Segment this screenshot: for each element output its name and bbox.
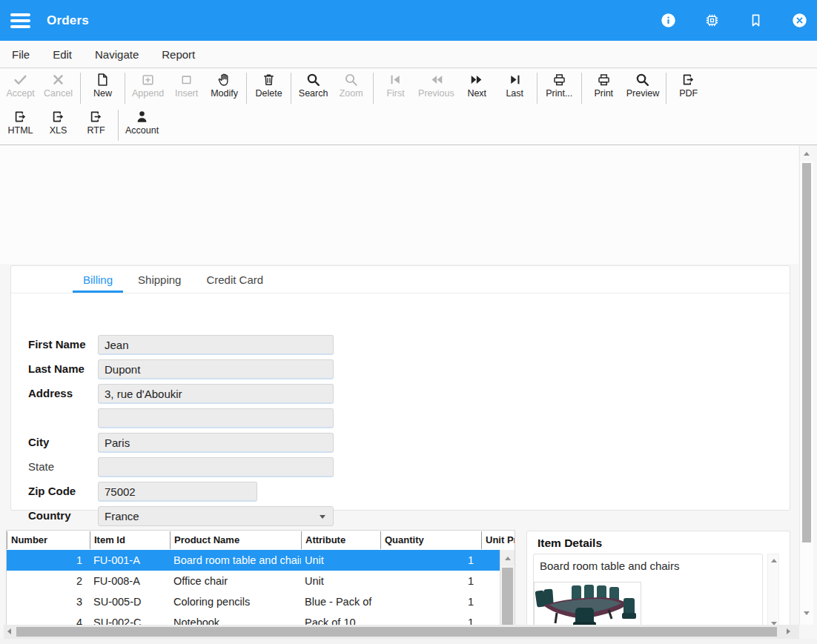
horizontal-scroll-thumb[interactable]	[16, 627, 777, 637]
menu-item[interactable]: Edit	[53, 48, 72, 61]
column-header[interactable]: Unit Pr	[481, 531, 515, 549]
toolbar-button[interactable]: Zoom	[332, 72, 370, 99]
table-scroll-thumb[interactable]	[502, 568, 513, 626]
titlebar-button[interactable]	[704, 13, 721, 29]
order-items-table: NumberItem IdProduct NameAttributeQuanti…	[6, 530, 515, 628]
export-icon	[50, 109, 66, 125]
details-scrollbar[interactable]	[767, 554, 779, 634]
country-select[interactable]: France	[98, 506, 334, 526]
horizontal-scrollbar[interactable]	[4, 625, 799, 639]
toolbar-separator	[537, 73, 538, 104]
zip-code-label: Zip Code	[28, 485, 76, 497]
chip-icon	[704, 13, 720, 28]
toolbar-button[interactable]: PDF	[669, 72, 707, 99]
toolbar-button[interactable]: HTML	[1, 109, 39, 136]
export-icon	[681, 72, 696, 87]
toolbar-button[interactable]: Print...	[540, 72, 578, 99]
titlebar-button[interactable]	[661, 13, 677, 29]
column-header[interactable]: Attribute	[301, 531, 380, 549]
menu-item[interactable]: Navigate	[95, 48, 139, 61]
table-row[interactable]: 1 FU-001-A Board room table and chairs U…	[7, 550, 515, 571]
bookmark-icon	[748, 13, 764, 28]
hamburger-menu-button[interactable]	[10, 13, 30, 28]
toolbar-button[interactable]: Delete	[250, 72, 288, 99]
city-input[interactable]	[98, 433, 334, 453]
address-line1-input[interactable]	[98, 384, 334, 404]
titlebar-button[interactable]	[748, 13, 764, 29]
address-line2-input[interactable]	[98, 408, 334, 428]
cell-attribute: Blue - Pack of	[301, 591, 380, 612]
page-icon	[95, 72, 110, 87]
scroll-left-button[interactable]	[7, 628, 11, 634]
cell-product-name: Board room table and chairs	[170, 550, 301, 571]
column-header[interactable]: Quantity	[380, 531, 481, 549]
scroll-down-button[interactable]	[804, 611, 810, 615]
tab[interactable]: Credit Card	[194, 266, 276, 293]
chevron-down-icon	[320, 515, 325, 519]
toolbar-button[interactable]: Search	[294, 72, 332, 99]
toolbar-button[interactable]: Print	[585, 72, 623, 99]
country-label: Country	[28, 509, 71, 522]
export-icon	[13, 109, 28, 125]
hand-icon	[216, 72, 232, 87]
toolbar-row-1: Accept Cancel New Append	[1, 69, 817, 106]
cell-product-name: Coloring pencils	[170, 591, 301, 612]
square-plus-icon	[140, 72, 156, 87]
person-icon	[134, 109, 150, 125]
toolbar-button[interactable]: XLS	[39, 109, 77, 136]
toolbar-button[interactable]: Previous	[414, 72, 458, 99]
search-icon	[343, 72, 359, 87]
toolbar-button[interactable]: New	[84, 72, 122, 99]
toolbar-button[interactable]: Preview	[623, 72, 663, 99]
cell-item-id: FU-008-A	[90, 571, 170, 591]
city-label: City	[28, 436, 49, 448]
titlebar-actions	[661, 0, 808, 41]
table-scroll-up-button[interactable]	[500, 550, 515, 566]
table-scrollbar[interactable]	[500, 550, 515, 628]
toolbar-button[interactable]: Modify	[205, 72, 243, 99]
toolbar-separator	[80, 73, 81, 104]
column-header[interactable]: Product Name	[170, 531, 301, 549]
tab[interactable]: Billing	[70, 266, 125, 293]
table-row[interactable]: 3 SU-005-D Coloring pencils Blue - Pack …	[7, 591, 515, 612]
column-header[interactable]: Item Id	[90, 531, 170, 549]
zip-code-input[interactable]	[98, 482, 257, 502]
toolbar: Accept Cancel New Append	[0, 69, 817, 145]
cell-number: 1	[7, 550, 90, 571]
vertical-scroll-thumb[interactable]	[802, 163, 811, 542]
toolbar-button[interactable]: Account	[122, 109, 162, 136]
state-input[interactable]	[98, 457, 334, 477]
vertical-scrollbar[interactable]	[799, 146, 813, 625]
scroll-up-button[interactable]	[800, 146, 813, 161]
toolbar-button[interactable]: RTF	[77, 109, 115, 136]
scroll-right-button[interactable]	[787, 628, 790, 634]
item-description-box[interactable]: Board room table and chairs	[533, 554, 763, 634]
app-title: Orders	[47, 13, 89, 28]
tab[interactable]: Shipping	[125, 266, 194, 293]
toolbar-button[interactable]: Last	[496, 72, 534, 99]
toolbar-separator	[373, 73, 374, 104]
last-name-label: Last Name	[28, 362, 85, 375]
close-icon	[792, 13, 807, 28]
table-row[interactable]: 2 FU-008-A Office chair Unit 1	[7, 571, 515, 591]
toolbar-button[interactable]: Insert	[168, 72, 205, 99]
toolbar-separator	[125, 73, 125, 104]
toolbar-button[interactable]: Accept	[1, 72, 39, 99]
triangle-up-icon	[771, 559, 777, 562]
column-header[interactable]: Number	[7, 531, 90, 549]
menu-item[interactable]: File	[12, 48, 30, 61]
last-name-input[interactable]	[98, 359, 334, 379]
triangle-up-icon	[505, 557, 511, 560]
titlebar-button[interactable]	[792, 13, 808, 29]
first-icon	[388, 72, 403, 87]
export-icon	[88, 109, 104, 125]
billing-tab-panel: First Name Last Name Address City State …	[11, 293, 790, 511]
toolbar-button[interactable]: Cancel	[39, 72, 77, 99]
tab-strip: Billing Shipping Credit Card	[11, 266, 790, 293]
first-name-input[interactable]	[98, 335, 334, 355]
first-name-label: First Name	[28, 338, 86, 351]
menu-item[interactable]: Report	[162, 48, 195, 61]
toolbar-button[interactable]: Append	[128, 72, 168, 99]
toolbar-button[interactable]: Next	[458, 72, 496, 99]
toolbar-button[interactable]: First	[377, 72, 414, 99]
